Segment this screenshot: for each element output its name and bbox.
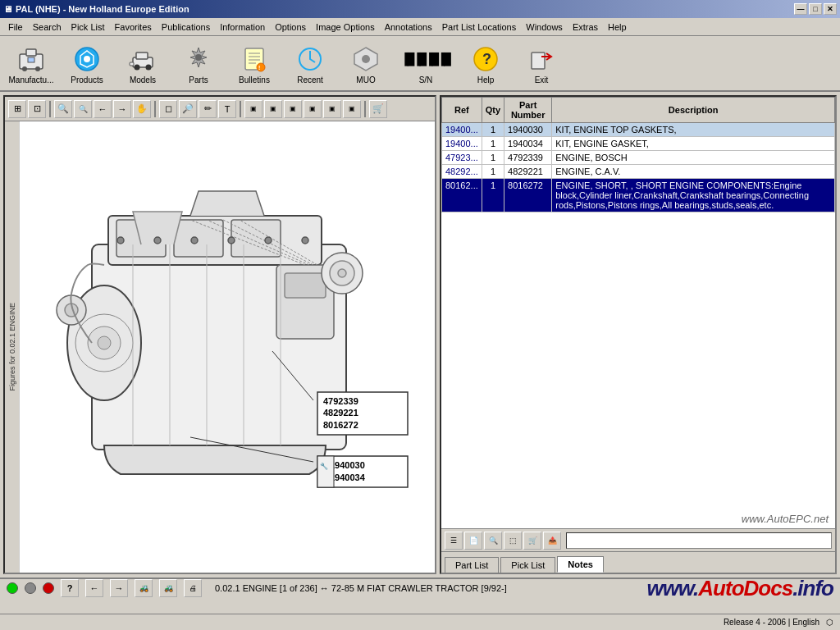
table-row[interactable]: 19400...11940030KIT, ENGINE TOP GASKETS, bbox=[442, 123, 835, 137]
rtb-btn2[interactable]: 📄 bbox=[464, 532, 482, 550]
table-row[interactable]: 80162...18016272ENGINE, SHORT, , SHORT E… bbox=[442, 179, 835, 212]
toolbar-sn[interactable]: ▐█▐█▐█▐█ S/N bbox=[397, 41, 454, 86]
toolbar-help[interactable]: ? Help bbox=[461, 41, 510, 86]
status-btn-help[interactable]: ? bbox=[61, 579, 79, 597]
help-label: Help bbox=[477, 75, 495, 84]
diag-btn-rect[interactable]: ◻ bbox=[159, 100, 177, 118]
menu-extras[interactable]: Extras bbox=[568, 21, 603, 34]
table-row[interactable]: 47923...14792339ENGINE, BOSCH bbox=[442, 151, 835, 165]
rtb-btn4[interactable]: ⬚ bbox=[504, 532, 522, 550]
col-qty: Qty bbox=[482, 98, 504, 123]
tabs-bar: Part List Pick List Notes bbox=[441, 551, 835, 573]
diag-btn-back[interactable]: ← bbox=[94, 100, 112, 118]
diag-btn-zoom-in[interactable]: 🔍 bbox=[54, 100, 72, 118]
menu-annotations[interactable]: Annotations bbox=[380, 21, 437, 34]
release-info: Release 4 - 2006 | English bbox=[724, 618, 819, 627]
rtb-btn6[interactable]: 📤 bbox=[543, 532, 561, 550]
diag-btn-text[interactable]: T bbox=[218, 100, 236, 118]
menu-image-options[interactable]: Image Options bbox=[311, 21, 380, 34]
cell-part-number: 8016272 bbox=[504, 179, 552, 212]
status-btn-back[interactable]: ← bbox=[85, 579, 103, 597]
exit-label: Exit bbox=[535, 75, 549, 84]
diag-btn-grid[interactable]: ⊞ bbox=[8, 100, 26, 118]
title-text: 🖥 PAL (NHE) - New Holland Europe Edition bbox=[3, 4, 189, 14]
bottom-bar: Release 4 - 2006 | English ⬡ bbox=[0, 614, 840, 630]
toolbar-manufacturers[interactable]: Manufactu... bbox=[7, 41, 56, 86]
toolbar: Manufactu... Products Models bbox=[0, 36, 840, 92]
svg-point-22 bbox=[362, 55, 370, 63]
menu-part-list-locations[interactable]: Part List Locations bbox=[437, 21, 522, 34]
menu-windows[interactable]: Windows bbox=[521, 21, 568, 34]
toolbar-parts[interactable]: Parts bbox=[174, 41, 223, 86]
minimize-button[interactable]: — bbox=[794, 3, 807, 15]
tab-notes[interactable]: Notes bbox=[557, 556, 604, 573]
rtb-btn1[interactable]: ☰ bbox=[445, 532, 463, 550]
svg-point-45 bbox=[191, 237, 198, 244]
col-description: Description bbox=[552, 98, 835, 123]
main-content: ⊞ ⊡ 🔍 🔍 ← → ✋ ◻ 🔎 ✏ T ▣ ▣ ▣ ▣ ▣ ▣ 🛒 bbox=[0, 92, 840, 578]
menu-favorites[interactable]: Favorites bbox=[110, 21, 157, 34]
menu-search[interactable]: Search bbox=[28, 21, 66, 34]
window-controls[interactable]: — □ ✕ bbox=[794, 3, 837, 15]
status-text: 0.02.1 ENGINE [1 of 236] ↔ 72-85 M FIAT … bbox=[215, 583, 507, 593]
cell-description: KIT, ENGINE TOP GASKETS, bbox=[552, 123, 835, 137]
cell-description: ENGINE, C.A.V. bbox=[552, 165, 835, 179]
close-button[interactable]: ✕ bbox=[824, 3, 837, 15]
menu-information[interactable]: Information bbox=[215, 21, 270, 34]
status-btn-forward[interactable]: → bbox=[110, 579, 128, 597]
diag-btn-forward[interactable]: → bbox=[113, 100, 131, 118]
search-input[interactable] bbox=[566, 532, 832, 549]
status-btn-nav2[interactable]: 🚜 bbox=[159, 579, 177, 597]
svg-rect-38 bbox=[285, 273, 326, 298]
manufacturers-label: Manufactu... bbox=[8, 75, 53, 84]
tab-part-list[interactable]: Part List bbox=[445, 557, 499, 573]
menu-file[interactable]: File bbox=[3, 21, 28, 34]
menu-help[interactable]: Help bbox=[603, 21, 632, 34]
status-btn-nav1[interactable]: 🚜 bbox=[135, 579, 153, 597]
toolbar-products[interactable]: Products bbox=[62, 41, 112, 86]
diag-btn-5[interactable]: ▣ bbox=[323, 100, 341, 118]
diag-btn-6[interactable]: ▣ bbox=[343, 100, 361, 118]
expand-icon[interactable]: ⬡ bbox=[826, 618, 833, 627]
diag-btn-select[interactable]: ⊡ bbox=[28, 100, 46, 118]
cell-qty: 1 bbox=[482, 179, 504, 212]
svg-point-43 bbox=[117, 237, 124, 244]
menu-options[interactable]: Options bbox=[270, 21, 311, 34]
tab-pick-list[interactable]: Pick List bbox=[500, 557, 555, 573]
menu-publications[interactable]: Publications bbox=[157, 21, 215, 34]
diag-sep2 bbox=[154, 101, 156, 117]
status-btn-print[interactable]: 🖨 bbox=[184, 579, 202, 597]
rtb-btn5[interactable]: 🛒 bbox=[523, 532, 541, 550]
diag-sep3 bbox=[240, 101, 241, 117]
autodocs-brand: AutoDocs bbox=[698, 576, 792, 600]
toolbar-exit[interactable]: Exit bbox=[517, 41, 566, 86]
diag-btn-1[interactable]: ▣ bbox=[244, 100, 262, 118]
cell-ref: 48292... bbox=[442, 165, 482, 179]
cell-ref: 80162... bbox=[442, 179, 482, 212]
diag-btn-hand[interactable]: ✋ bbox=[133, 100, 151, 118]
right-bottom-toolbar: ☰ 📄 🔍 ⬚ 🛒 📤 bbox=[441, 528, 835, 551]
maximize-button[interactable]: □ bbox=[809, 3, 822, 15]
menu-picklist[interactable]: Pick List bbox=[66, 21, 110, 34]
toolbar-recent[interactable]: Recent bbox=[285, 41, 335, 86]
side-label-container: Figures for 0.02.1 ENGINE bbox=[5, 121, 20, 573]
diag-btn-3[interactable]: ▣ bbox=[284, 100, 302, 118]
toolbar-bulletins[interactable]: ! Bulletins bbox=[230, 41, 279, 86]
diag-btn-2[interactable]: ▣ bbox=[264, 100, 282, 118]
svg-rect-1 bbox=[26, 49, 36, 56]
rtb-btn3[interactable]: 🔍 bbox=[484, 532, 502, 550]
cell-qty: 1 bbox=[482, 123, 504, 137]
toolbar-muo[interactable]: MUO bbox=[341, 41, 390, 86]
diag-btn-zoom-area[interactable]: 🔎 bbox=[179, 100, 197, 118]
diag-btn-zoom-out[interactable]: 🔍 bbox=[74, 100, 92, 118]
diag-sep4 bbox=[364, 101, 366, 117]
toolbar-models[interactable]: Models bbox=[118, 41, 167, 86]
svg-text:?: ? bbox=[482, 51, 491, 67]
svg-point-46 bbox=[228, 237, 235, 244]
diag-btn-pen[interactable]: ✏ bbox=[199, 100, 217, 118]
table-row[interactable]: 48292...14829221ENGINE, C.A.V. bbox=[442, 165, 835, 179]
table-row[interactable]: 19400...11940034KIT, ENGINE GASKET, bbox=[442, 137, 835, 151]
diag-btn-4[interactable]: ▣ bbox=[304, 100, 322, 118]
svg-point-12 bbox=[195, 54, 202, 61]
diag-btn-cart[interactable]: 🛒 bbox=[369, 100, 387, 118]
